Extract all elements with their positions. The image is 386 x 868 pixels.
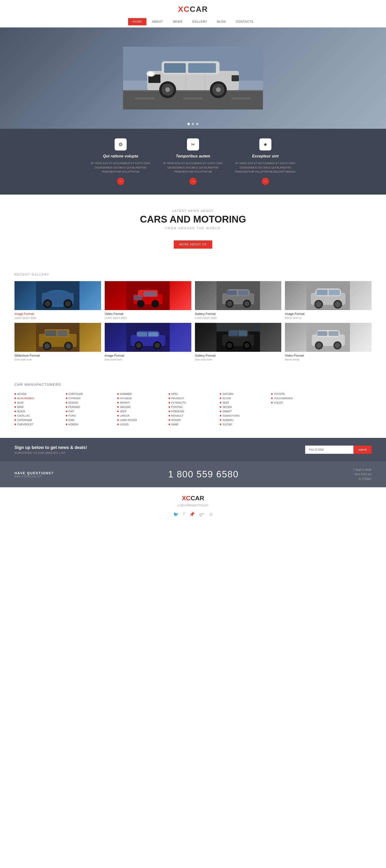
feature-1-button[interactable]: →: [117, 178, 124, 185]
pinterest-icon[interactable]: 📌: [189, 512, 195, 517]
brand-item: ROVER: [169, 418, 217, 422]
gallery-thumb-7[interactable]: [195, 323, 281, 352]
google-plus-icon[interactable]: g+: [200, 512, 205, 517]
brand-empty: [271, 423, 320, 426]
svg-point-20: [165, 87, 170, 92]
brand-dot: [117, 393, 119, 395]
twitter-icon[interactable]: 🐦: [173, 512, 179, 517]
brand-dot: [220, 411, 221, 412]
svg-rect-0: [123, 90, 263, 110]
brand-dot: [169, 393, 170, 395]
svg-rect-10: [188, 63, 216, 73]
feature-3: ★ Excepteur sint AT VERO EOS ET ACCUSAMU…: [229, 138, 302, 185]
brand-empty: [271, 418, 320, 422]
brand-dot: [14, 402, 16, 403]
gallery-item-8: Video Format Nemo enmp: [285, 323, 372, 361]
brand-name: SCION: [222, 397, 231, 400]
brand-name: OPEL: [171, 393, 178, 396]
hero-section: [0, 28, 386, 129]
nav-gallery[interactable]: GALLERY: [188, 18, 212, 25]
brand-dot: [220, 415, 221, 416]
svg-point-45: [227, 301, 232, 306]
hero-pagination: [187, 123, 199, 125]
brand-dot: [66, 415, 67, 416]
nav-news[interactable]: NEWS: [169, 18, 187, 25]
brand-name: ROVER: [171, 418, 181, 422]
gallery-thumb-6[interactable]: [105, 323, 191, 352]
brand-empty: [323, 397, 372, 400]
brand-item: SCION: [220, 397, 269, 400]
svg-rect-4: [232, 97, 251, 99]
brand-dot: [117, 411, 119, 412]
brand-name: SEAT: [222, 401, 229, 404]
brand-name: SMART: [222, 410, 232, 413]
contact-hours: 7 days a weekfrom 8:00 amto 3:00am: [353, 467, 372, 482]
github-icon[interactable]: ⊙: [209, 512, 213, 517]
brand-dot: [117, 419, 119, 421]
svg-rect-86: [216, 323, 260, 332]
gallery-title: RECENT GALLERY: [14, 273, 372, 276]
nav-blog[interactable]: BLOG: [213, 18, 230, 25]
gallery-thumb-8[interactable]: [285, 323, 372, 352]
brand-dot: [117, 406, 119, 408]
brand-item: HONDA: [66, 423, 115, 426]
brand-empty: [323, 406, 372, 408]
brand-name: SSANGYONG: [222, 414, 240, 417]
brand-name: CHEVROLET: [17, 423, 33, 426]
feature-2-title: Temporibus autem: [161, 154, 225, 158]
newsletter-email-input[interactable]: [305, 445, 353, 454]
svg-point-23: [216, 87, 221, 92]
brand-name: JAGUAR: [120, 406, 131, 408]
svg-point-54: [316, 301, 322, 307]
features-section: ⚙ Qui ratione volupta AT VERO EOS ET ACC…: [0, 129, 386, 194]
footer-logo-xc: XC: [182, 495, 190, 502]
contact-phone: 1 800 559 6580: [168, 469, 239, 479]
brand-item: CHEVROLET: [14, 423, 63, 426]
brand-item: LAND ROVER: [117, 418, 166, 422]
gallery-thumb-1[interactable]: [14, 281, 101, 310]
feature-3-button[interactable]: →: [262, 178, 269, 185]
newsletter-submit-button[interactable]: submit: [353, 445, 372, 454]
brand-dot: [169, 411, 170, 412]
svg-rect-76: [148, 332, 158, 336]
hero-dot-1[interactable]: [187, 123, 190, 125]
svg-point-83: [244, 343, 249, 348]
brand-item: CITROEN: [66, 397, 115, 400]
more-about-us-button[interactable]: MORE ABOUT US: [174, 240, 212, 249]
feature-2: ✂ Temporibus autem AT VERO EOS ET ACCUSA…: [157, 138, 229, 185]
brand-dot: [169, 398, 170, 399]
brand-dot: [14, 398, 16, 399]
brand-item: FORD: [66, 414, 115, 417]
gallery-thumb-3[interactable]: [195, 281, 281, 310]
gallery-thumb-2[interactable]: [105, 281, 191, 310]
brand-item: LANCIA: [117, 414, 166, 417]
news-subtitle: FROM AROUND THE WORLD: [5, 227, 381, 230]
svg-rect-40: [144, 291, 156, 297]
header: XCCAR HOME ABOUT NEWS GALLERY BLOG CONTA…: [0, 0, 386, 28]
brand-name: LAND ROVER: [120, 418, 137, 422]
gallery-thumb-5[interactable]: [14, 323, 101, 352]
brand-item: ACURA: [14, 393, 63, 396]
nav-about[interactable]: ABOUT: [148, 18, 168, 25]
brand-name: CATERHAM: [17, 418, 32, 422]
brands-grid: ACURACHRYSLERHUMMEROPELSATURNTOYOTAALFA …: [14, 393, 372, 426]
brand-item: HUMMER: [117, 393, 166, 396]
nav-home[interactable]: HOME: [128, 18, 146, 25]
hero-dot-3[interactable]: [196, 123, 199, 125]
brand-empty: [323, 393, 372, 396]
gallery-item-3-title: Gallery Format: [195, 312, 281, 316]
feature-2-button[interactable]: →: [189, 178, 197, 185]
svg-rect-67: [57, 330, 67, 336]
gallery-grid: Image Format Lorem ipsum dolor Video For…: [14, 281, 372, 361]
nav-contacts[interactable]: CONTACTS: [232, 18, 258, 25]
gallery-thumb-4[interactable]: [285, 281, 372, 310]
brand-name: CADILLAC: [17, 414, 30, 417]
brand-name: ACURA: [17, 393, 27, 396]
news-section: LATEST NEWS ABOUT CARS AND MOTORING FROM…: [0, 194, 386, 263]
brand-dot: [220, 393, 221, 395]
hero-dot-2[interactable]: [192, 123, 194, 125]
facebook-icon[interactable]: f: [183, 512, 184, 517]
brand-item: INFINITI: [117, 401, 166, 404]
brand-name: CHRYSLER: [68, 393, 83, 396]
svg-rect-2: [135, 97, 154, 99]
